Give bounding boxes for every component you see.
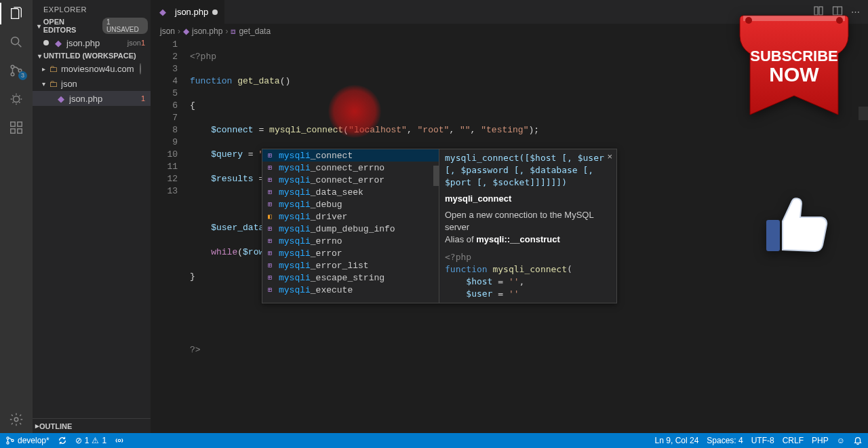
- folder-item[interactable]: ▾ 🗀 json: [33, 76, 151, 91]
- activity-explorer-icon[interactable]: [8, 5, 24, 22]
- svg-point-14: [7, 442, 9, 444]
- autocomplete-label: mysqli_error: [279, 248, 342, 259]
- autocomplete-item[interactable]: ⊞mysqli_errno: [262, 235, 439, 247]
- dirty-dot-icon: [212, 10, 218, 15]
- function-icon: ⊞: [265, 273, 275, 282]
- activity-settings-icon[interactable]: [8, 411, 24, 428]
- autocomplete-label: mysqli_connect_error: [279, 175, 384, 185]
- status-encoding[interactable]: UTF-8: [751, 436, 774, 445]
- php-file-icon: ◆: [53, 38, 64, 48]
- split-editor-icon[interactable]: [832, 5, 843, 18]
- compare-changes-icon[interactable]: [813, 5, 824, 18]
- autocomplete-label: mysqli_connect: [279, 151, 353, 161]
- chevron-down-icon: ▾: [35, 52, 43, 60]
- status-language[interactable]: PHP: [812, 436, 829, 445]
- close-icon[interactable]: ×: [607, 151, 612, 163]
- chevron-down-icon: ▾: [35, 22, 43, 30]
- status-cursor[interactable]: Ln 9, Col 24: [655, 436, 699, 445]
- explorer-sidebar: EXPLORER ▾ OPEN EDITORS 1 UNSAVED ◆ json…: [33, 0, 151, 433]
- autocomplete-label: mysqli_data_seek: [279, 187, 363, 198]
- activity-debug-icon[interactable]: [8, 91, 24, 107]
- svg-rect-5: [11, 122, 15, 126]
- autocomplete-doc: × mysqli_connect([$host [, $user [, $pas…: [439, 149, 617, 303]
- autocomplete-item[interactable]: ⊞mysqli_dump_debug_info: [262, 223, 439, 235]
- function-icon: ⊞: [265, 163, 275, 172]
- autocomplete-item[interactable]: ⊞mysqli_debug: [262, 198, 439, 210]
- chevron-down-icon: ▾: [39, 80, 47, 88]
- file-tree: ▸ 🗀 moviesnow4u.com ▾ 🗀 json ◆ json.php …: [33, 61, 151, 106]
- status-notifications-icon[interactable]: [853, 436, 863, 445]
- editor: ◆ json.php ⋯ json › ◆ json.php › ⧈ get_d…: [151, 0, 868, 433]
- status-problems[interactable]: ⊘1 ⚠1: [75, 436, 106, 445]
- svg-rect-10: [814, 7, 818, 15]
- editor-tab[interactable]: ◆ json.php: [151, 0, 225, 24]
- autocomplete-item[interactable]: ◧mysqli_driver: [262, 210, 439, 223]
- unsaved-badge: 1 UNSAVED: [102, 18, 148, 34]
- doc-alias: Alias of mysqli::__construct: [445, 234, 611, 246]
- file-item[interactable]: ◆ json.php 1: [33, 91, 151, 106]
- dirty-dot-icon: [140, 63, 141, 75]
- code-area[interactable]: 1234 5678 9101112 13 <?php function get_…: [151, 39, 868, 433]
- function-icon: ⊞: [265, 175, 275, 185]
- chevron-right-icon: ›: [225, 26, 228, 36]
- autocomplete-label: mysqli_dump_debug_info: [279, 224, 395, 234]
- function-icon: ⊞: [265, 200, 275, 209]
- method-icon: ⧈: [231, 26, 236, 36]
- breadcrumb[interactable]: json › ◆ json.php › ⧈ get_data: [151, 24, 868, 39]
- workspace-header[interactable]: ▾ UNTITLED (WORKSPACE): [33, 50, 151, 61]
- open-editor-item[interactable]: ◆ json.php json 1: [33, 35, 151, 50]
- svg-rect-6: [11, 129, 15, 133]
- doc-snippet: <?php function mysqli_connect( $host = '…: [445, 251, 611, 300]
- more-actions-icon[interactable]: ⋯: [851, 7, 861, 17]
- open-editors-header[interactable]: ▾ OPEN EDITORS 1 UNSAVED: [33, 16, 151, 35]
- minimap[interactable]: [859, 39, 868, 433]
- autocomplete-item[interactable]: ⊞mysqli_connect: [262, 149, 439, 162]
- status-live-icon[interactable]: [115, 436, 124, 445]
- autocomplete-item[interactable]: ⊞mysqli_data_seek: [262, 186, 439, 198]
- svg-point-0: [12, 37, 19, 45]
- autocomplete-label: mysqli_connect_errno: [279, 163, 384, 173]
- activity-extensions-icon[interactable]: [8, 119, 24, 136]
- doc-desc: Open a new connection to the MySQL serve…: [445, 209, 611, 234]
- outline-header[interactable]: ▸ OUTLINE: [33, 418, 151, 433]
- svg-point-2: [11, 73, 14, 76]
- autocomplete-label: mysqli_errno: [279, 236, 342, 246]
- svg-rect-8: [18, 122, 22, 126]
- function-icon: ⊞: [265, 261, 275, 270]
- minimap-slider[interactable]: [859, 107, 868, 120]
- dirty-dot-icon: [43, 40, 49, 45]
- activity-scm-icon[interactable]: 3: [8, 62, 24, 79]
- activity-search-icon[interactable]: [8, 34, 24, 50]
- explorer-title: EXPLORER: [33, 0, 151, 16]
- status-sync[interactable]: [58, 436, 67, 445]
- svg-point-15: [12, 439, 14, 441]
- status-spaces[interactable]: Spaces: 4: [707, 436, 743, 445]
- tab-label: json.php: [175, 7, 208, 17]
- editor-tabs: ◆ json.php ⋯: [151, 0, 868, 24]
- autocomplete-item[interactable]: ⊞mysqli_connect_errno: [262, 162, 439, 174]
- function-icon: ⊞: [265, 236, 275, 246]
- chevron-right-icon: ▸: [39, 65, 47, 73]
- svg-point-1: [11, 65, 14, 69]
- function-icon: ⊞: [265, 285, 275, 295]
- autocomplete-label: mysqli_error_list: [279, 261, 369, 271]
- status-feedback-icon[interactable]: ☺: [837, 436, 845, 445]
- php-file-icon: ◆: [183, 26, 189, 36]
- autocomplete-item[interactable]: ⊞mysqli_connect_error: [262, 174, 439, 186]
- autocomplete-item[interactable]: ⊞mysqli_error_list: [262, 259, 439, 272]
- svg-point-4: [13, 96, 19, 102]
- svg-point-16: [118, 439, 121, 442]
- scrollbar-thumb[interactable]: [433, 166, 439, 186]
- autocomplete-item[interactable]: ⊞mysqli_error: [262, 247, 439, 259]
- autocomplete-list[interactable]: ⊞mysqli_connect⊞mysqli_connect_errno⊞mys…: [262, 149, 439, 303]
- status-bar: develop* ⊘1 ⚠1 Ln 9, Col 24 Spaces: 4 UT…: [0, 433, 868, 448]
- folder-item[interactable]: ▸ 🗀 moviesnow4u.com: [33, 61, 151, 76]
- php-file-icon: ◆: [56, 94, 66, 104]
- line-gutter: 1234 5678 9101112 13: [151, 39, 190, 433]
- status-branch[interactable]: develop*: [5, 436, 50, 445]
- status-eol[interactable]: CRLF: [783, 436, 804, 445]
- autocomplete-item[interactable]: ⊞mysqli_escape_string: [262, 272, 439, 284]
- autocomplete-item[interactable]: ⊞mysqli_execute: [262, 284, 439, 296]
- activity-bar: 3: [0, 0, 33, 433]
- folder-icon: 🗀: [47, 79, 58, 89]
